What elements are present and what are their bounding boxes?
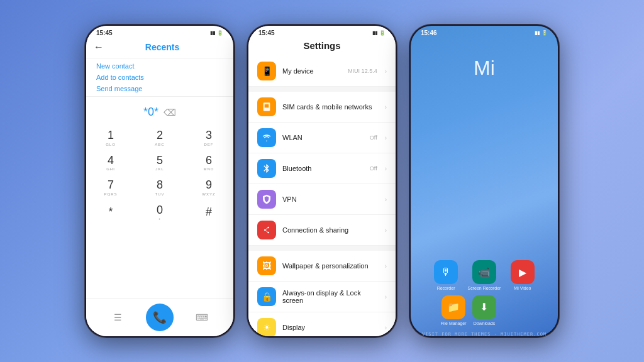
recents-title: Recents	[109, 42, 226, 52]
dial-3[interactable]: 3DEF	[184, 125, 233, 150]
wallpaper-text: Wallpaper & personalization	[282, 262, 379, 270]
sim-icon	[257, 97, 276, 116]
mi-video-icon: ▶	[511, 260, 535, 284]
connection-icon	[257, 221, 276, 239]
connection-arrow: ›	[385, 227, 387, 234]
settings-item-sim[interactable]: SIM cards & mobile networks ›	[248, 92, 396, 123]
connection-text: Connection & sharing	[282, 226, 379, 234]
bluetooth-icon	[257, 159, 276, 178]
mydevice-arrow: ›	[385, 68, 387, 75]
signal-icon-3: ▮▮	[535, 30, 540, 36]
wallpaper-icon: 🖼	[257, 256, 276, 275]
new-contact-link[interactable]: New contact	[96, 62, 223, 70]
time-2: 15:45	[258, 30, 275, 36]
time-3: 15:46	[421, 30, 437, 36]
svg-rect-1	[265, 104, 269, 107]
dialpad-menu-button[interactable]: ☰	[108, 307, 128, 327]
add-to-contacts-link[interactable]: Add to contacts	[96, 74, 223, 81]
home-content: Mi 🎙 Recorder 📹 Screen Recorder ▶ Mi Vid…	[411, 38, 558, 336]
wlan-arrow: ›	[385, 134, 387, 141]
recents-actions: New contact Add to contacts Send message	[86, 58, 233, 97]
settings-item-vpn[interactable]: VPN ›	[248, 184, 396, 215]
status-bar-2: 15:45 ▮▮ 🔋	[248, 26, 396, 38]
settings-item-wlan[interactable]: WLAN Off ›	[248, 123, 396, 153]
app-recorder[interactable]: 🎙 Recorder	[430, 260, 463, 291]
status-icons-2: ▮▮ 🔋	[372, 30, 386, 36]
phone-3: 15:46 ▮▮ 🔋 Mi 🎙 Recorder 📹 Screen Record…	[409, 24, 560, 338]
display-arrow: ›	[385, 324, 387, 331]
signal-icon-2: ▮▮	[372, 30, 377, 36]
battery-icon: 🔋	[217, 30, 223, 36]
settings-list: 📱 My device MIUI 12.5.4 › SIM cards & mo…	[248, 56, 396, 336]
wlan-icon	[257, 128, 276, 147]
phone-2: 15:45 ▮▮ 🔋 Settings 📱 My device MIUI 12.…	[247, 24, 397, 338]
downloads-label: Downloads	[474, 321, 496, 326]
app-mi-video[interactable]: ▶ Mi Video	[506, 260, 539, 291]
file-manager-icon: 📁	[441, 295, 465, 319]
app-downloads[interactable]: ⬇ Downloads	[472, 295, 496, 326]
dial-display: *0* ⌫	[143, 102, 176, 125]
mydevice-badge: MIUI 12.5.4	[348, 68, 377, 74]
wlan-badge: Off	[370, 134, 377, 141]
display-icon: ☀	[257, 318, 276, 336]
app-screen-recorder[interactable]: 📹 Screen Recorder	[468, 260, 501, 291]
dialpad-area: *0* ⌫ 1GLO 2ABC 3DEF 4GHI 5JKL 6MNO 7PQR…	[86, 97, 233, 298]
screen-recorder-icon: 📹	[472, 260, 496, 284]
dial-0[interactable]: 0+	[135, 200, 184, 225]
status-bar-3: 15:46 ▮▮ 🔋	[411, 26, 558, 38]
mydevice-icon: 📱	[257, 62, 276, 80]
status-bar-1: 15:45 ▮▮ 🔋	[86, 26, 233, 38]
dial-8[interactable]: 8TUV	[135, 175, 184, 200]
settings-item-connection[interactable]: Connection & sharing ›	[248, 215, 396, 246]
status-icons-3: ▮▮ 🔋	[535, 30, 548, 36]
send-message-link[interactable]: Send message	[96, 85, 223, 92]
dialpad-bottom: ☰ 📞 ⌨	[86, 298, 233, 336]
dialpad-grid: 1GLO 2ABC 3DEF 4GHI 5JKL 6MNO 7PQRS 8TUV…	[86, 125, 233, 224]
sim-arrow: ›	[385, 104, 387, 111]
settings-item-display[interactable]: ☀ Display ›	[248, 312, 396, 336]
status-icons-1: ▮▮ 🔋	[210, 30, 223, 36]
svg-line-6	[265, 231, 267, 233]
bluetooth-arrow: ›	[385, 165, 387, 172]
dial-9[interactable]: 9WXYZ	[184, 175, 233, 200]
dial-hash[interactable]: #	[184, 200, 233, 225]
app-file-manager[interactable]: 📁 File Manager	[441, 295, 467, 326]
file-manager-label: File Manager	[441, 321, 467, 326]
wallpaper-arrow: ›	[385, 263, 387, 270]
back-button[interactable]: ←	[94, 41, 104, 53]
app-row-1: 🎙 Recorder 📹 Screen Recorder ▶ Mi Video	[430, 260, 540, 291]
recorder-icon: 🎙	[434, 260, 458, 284]
dial-4[interactable]: 4GHI	[86, 150, 135, 175]
battery-icon-2: 🔋	[379, 30, 386, 36]
mydevice-text: My device	[282, 67, 341, 75]
delete-button[interactable]: ⌫	[164, 107, 176, 118]
wlan-text: WLAN	[282, 134, 364, 141]
vpn-arrow: ›	[385, 196, 387, 203]
recents-header: ← Recents	[86, 38, 233, 58]
mi-logo: Mi	[474, 57, 495, 80]
display-text: Display	[282, 324, 379, 331]
dial-5[interactable]: 5JKL	[135, 150, 184, 175]
settings-item-bluetooth[interactable]: Bluetooth Off ›	[248, 153, 396, 184]
settings-item-lockscreen[interactable]: 🔒 Always-on display & Lock screen ›	[248, 282, 396, 312]
settings-item-wallpaper[interactable]: 🖼 Wallpaper & personalization ›	[248, 251, 396, 282]
recorder-label: Recorder	[437, 286, 455, 291]
call-button[interactable]: 📞	[146, 304, 174, 331]
dial-7[interactable]: 7PQRS	[86, 175, 135, 200]
dialpad-hide-button[interactable]: ⌨	[192, 307, 212, 327]
section-gap-2	[248, 246, 396, 251]
vpn-icon	[257, 190, 276, 209]
phone-1: 15:45 ▮▮ 🔋 ← Recents New contact Add to …	[84, 24, 235, 338]
dial-star[interactable]: *	[86, 200, 135, 225]
vpn-text: VPN	[282, 195, 379, 203]
lockscreen-text: Always-on display & Lock screen	[282, 289, 379, 304]
svg-line-5	[265, 228, 267, 230]
settings-title: Settings	[248, 38, 396, 56]
bluetooth-badge: Off	[370, 165, 377, 172]
dial-2[interactable]: 2ABC	[135, 125, 184, 150]
downloads-icon: ⬇	[472, 295, 496, 319]
lockscreen-icon: 🔒	[257, 287, 276, 306]
settings-item-mydevice[interactable]: 📱 My device MIUI 12.5.4 ›	[248, 56, 396, 87]
dial-6[interactable]: 6MNO	[184, 150, 233, 175]
dial-1[interactable]: 1GLO	[86, 125, 135, 150]
